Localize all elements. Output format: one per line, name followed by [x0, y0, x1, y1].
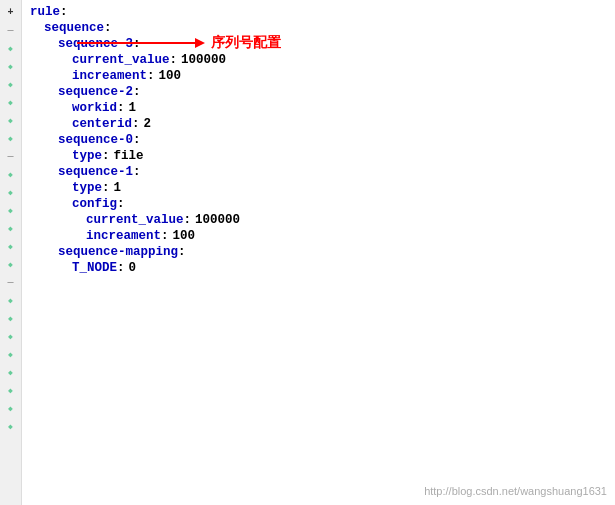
- gutter-mark-2: ◆: [4, 58, 18, 74]
- gutter-mark-5: ◆: [4, 112, 18, 128]
- val-workid: 1: [129, 100, 137, 116]
- gutter-mark-6: ◆: [4, 130, 18, 146]
- val-current-value-2: 100000: [195, 212, 240, 228]
- gutter-collapse-2[interactable]: —: [4, 148, 18, 164]
- line-sequence-3: sequence-3 :: [30, 36, 607, 52]
- gutter-expand-icon[interactable]: +: [4, 4, 18, 20]
- val-centerid: 2: [144, 116, 152, 132]
- line-centerid: centerid : 2: [30, 116, 607, 132]
- val-type-file: file: [114, 148, 144, 164]
- gutter-collapse-1[interactable]: —: [4, 22, 18, 38]
- gutter-mark-18: ◆: [4, 382, 18, 398]
- val-current-value-1: 100000: [181, 52, 226, 68]
- key-type-file: type: [72, 148, 102, 164]
- key-sequence: sequence: [44, 20, 104, 36]
- gutter-mark-7: ◆: [4, 166, 18, 182]
- val-t-node: 0: [129, 260, 137, 276]
- line-increament-2: increament : 100: [30, 228, 607, 244]
- gutter-mark-4: ◆: [4, 94, 18, 110]
- gutter-mark-13: ◆: [4, 292, 18, 308]
- gutter-mark-3: ◆: [4, 76, 18, 92]
- line-config: config :: [30, 196, 607, 212]
- gutter-mark-14: ◆: [4, 310, 18, 326]
- key-current-value-2: current_value: [86, 212, 184, 228]
- key-type-1: type: [72, 180, 102, 196]
- line-increament-1: increament : 100: [30, 68, 607, 84]
- gutter: + — ◆ ◆ ◆ ◆ ◆ ◆ — ◆ ◆ ◆ ◆ ◆ ◆ — ◆ ◆ ◆ ◆ …: [0, 0, 22, 505]
- line-type-1: type : 1: [30, 180, 607, 196]
- line-current-value-1: current_value : 100000: [30, 52, 607, 68]
- gutter-collapse-3[interactable]: —: [4, 274, 18, 290]
- key-workid: workid: [72, 100, 117, 116]
- code-block: rule : sequence: sequence-3 : current_va…: [30, 4, 607, 276]
- gutter-mark-15: ◆: [4, 328, 18, 344]
- val-increament-1: 100: [159, 68, 182, 84]
- key-sequence-0: sequence-0: [58, 132, 133, 148]
- line-sequence-mapping: sequence-mapping :: [30, 244, 607, 260]
- line-sequence-2: sequence-2 :: [30, 84, 607, 100]
- gutter-mark-12: ◆: [4, 256, 18, 272]
- key-increament-1: increament: [72, 68, 147, 84]
- val-increament-2: 100: [173, 228, 196, 244]
- gutter-mark-9: ◆: [4, 202, 18, 218]
- line-sequence: sequence:: [30, 20, 607, 36]
- gutter-mark-17: ◆: [4, 364, 18, 380]
- line-sequence-0: sequence-0 :: [30, 132, 607, 148]
- key-sequence-2: sequence-2: [58, 84, 133, 100]
- gutter-mark-8: ◆: [4, 184, 18, 200]
- key-sequence-mapping: sequence-mapping: [58, 244, 178, 260]
- gutter-mark-20: ◆: [4, 418, 18, 434]
- key-t-node: T_NODE: [72, 260, 117, 276]
- key-sequence-1: sequence-1: [58, 164, 133, 180]
- line-sequence-1: sequence-1 :: [30, 164, 607, 180]
- code-content: 序列号配置 rule : sequence: sequence-3 : curr…: [22, 0, 615, 505]
- key-current-value-1: current_value: [72, 52, 170, 68]
- gutter-mark-10: ◆: [4, 220, 18, 236]
- gutter-mark-19: ◆: [4, 400, 18, 416]
- line-current-value-2: current_value : 100000: [30, 212, 607, 228]
- line-type-file: type : file: [30, 148, 607, 164]
- line-t-node: T_NODE : 0: [30, 260, 607, 276]
- gutter-mark-11: ◆: [4, 238, 18, 254]
- key-rule: rule: [30, 4, 60, 20]
- line-rule: rule :: [30, 4, 607, 20]
- line-workid: workid: 1: [30, 100, 607, 116]
- key-increament-2: increament: [86, 228, 161, 244]
- key-config: config: [72, 196, 117, 212]
- key-sequence-3: sequence-3: [58, 36, 133, 52]
- val-type-1: 1: [114, 180, 122, 196]
- gutter-mark-1: ◆: [4, 40, 18, 56]
- watermark: http://blog.csdn.net/wangshuang1631: [424, 485, 607, 497]
- key-centerid: centerid: [72, 116, 132, 132]
- gutter-mark-16: ◆: [4, 346, 18, 362]
